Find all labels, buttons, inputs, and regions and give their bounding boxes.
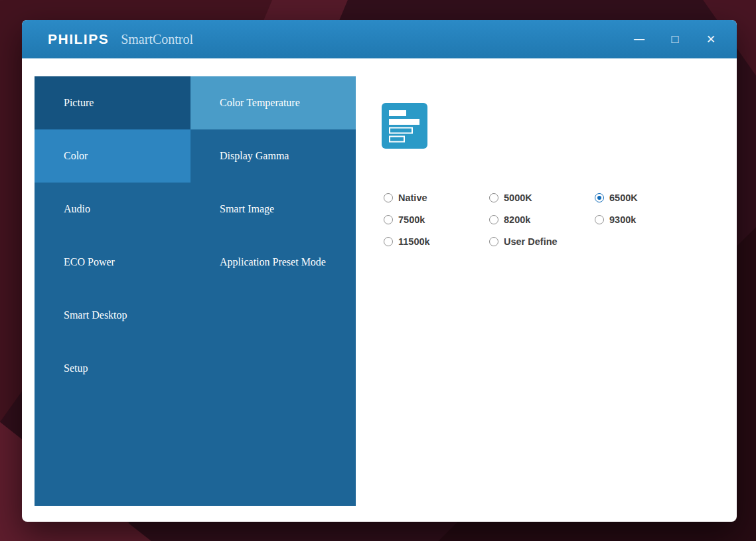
radio-user-define[interactable]: User Define xyxy=(489,235,595,248)
radio-unselected-icon xyxy=(489,215,498,224)
radio-label: 11500k xyxy=(398,236,430,247)
nav-primary-item-picture[interactable]: Picture xyxy=(35,76,190,129)
radio-label: 5000K xyxy=(504,193,532,203)
radio-unselected-icon xyxy=(384,193,393,202)
color-temperature-icon-bars xyxy=(382,103,427,149)
radio-label: 7500k xyxy=(398,214,425,225)
nav-primary-item-smart-desktop[interactable]: Smart Desktop xyxy=(35,289,190,342)
radio-7500k[interactable]: 7500k xyxy=(384,213,489,226)
radio-9300k[interactable]: 9300k xyxy=(595,213,700,226)
nav-primary-item-color[interactable]: Color xyxy=(35,129,190,183)
color-temperature-icon xyxy=(382,103,427,149)
radio-label: 9300k xyxy=(609,214,636,225)
nav-secondary: Color TemperatureDisplay GammaSmart Imag… xyxy=(190,76,356,506)
radio-unselected-icon xyxy=(489,237,498,246)
nav-primary-item-setup[interactable]: Setup xyxy=(35,342,190,395)
maximize-icon: □ xyxy=(672,33,679,46)
titlebar: PHILIPS SmartControl — □ ✕ xyxy=(22,20,737,58)
minimize-icon: — xyxy=(634,33,644,45)
smartcontrol-window: PHILIPS SmartControl — □ ✕ PictureColorA… xyxy=(22,20,737,522)
radio-label: 6500K xyxy=(609,193,638,203)
nav-secondary-item-display-gamma[interactable]: Display Gamma xyxy=(190,129,356,183)
philips-logo: PHILIPS xyxy=(48,31,109,47)
radio-unselected-icon xyxy=(595,215,604,224)
nav-primary: PictureColorAudioECO PowerSmart DesktopS… xyxy=(35,76,190,506)
nav-primary-item-audio[interactable]: Audio xyxy=(35,183,190,236)
radio-label: 8200k xyxy=(504,214,530,225)
window-controls: — □ ✕ xyxy=(619,20,737,58)
nav-secondary-item-smart-image[interactable]: Smart Image xyxy=(190,183,356,236)
main-content: Native5000K6500K7500k8200k9300k11500kUse… xyxy=(356,76,737,506)
app-title: SmartControl xyxy=(121,32,193,47)
minimize-button[interactable]: — xyxy=(624,20,654,58)
nav-primary-item-eco-power[interactable]: ECO Power xyxy=(35,236,190,289)
nav-secondary-item-color-temperature[interactable]: Color Temperature xyxy=(190,76,356,129)
radio-label: Native xyxy=(398,193,427,203)
radio-label: User Define xyxy=(504,236,558,247)
radio-unselected-icon xyxy=(384,237,393,246)
color-temperature-options: Native5000K6500K7500k8200k9300k11500kUse… xyxy=(384,191,737,248)
radio-selected-icon xyxy=(595,193,604,202)
maximize-button[interactable]: □ xyxy=(660,20,690,58)
window-body: PictureColorAudioECO PowerSmart DesktopS… xyxy=(22,58,737,522)
radio-5000k[interactable]: 5000K xyxy=(489,191,595,204)
nav-secondary-item-application-preset-mode[interactable]: Application Preset Mode xyxy=(190,236,356,289)
radio-native[interactable]: Native xyxy=(384,191,489,204)
radio-8200k[interactable]: 8200k xyxy=(489,213,595,226)
close-button[interactable]: ✕ xyxy=(696,20,726,58)
close-icon: ✕ xyxy=(706,33,716,46)
radio-6500k[interactable]: 6500K xyxy=(595,191,700,204)
radio-unselected-icon xyxy=(384,215,393,224)
radio-11500k[interactable]: 11500k xyxy=(384,235,489,248)
radio-unselected-icon xyxy=(489,193,498,202)
